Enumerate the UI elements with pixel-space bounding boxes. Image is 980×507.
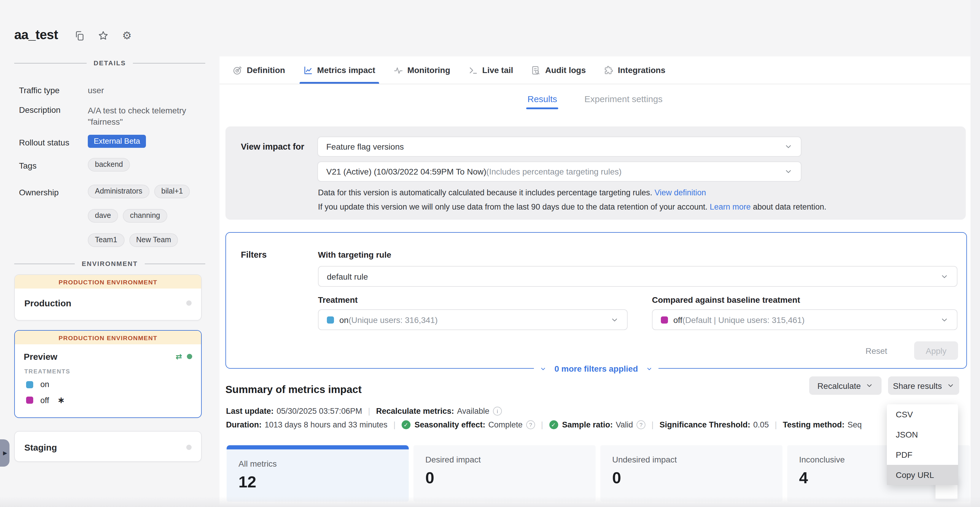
metric-card-desired-impact[interactable]: Desired impact 0 <box>414 445 596 502</box>
metric-card-undesired-impact[interactable]: Undesired impact 0 <box>600 445 783 502</box>
subtab-results[interactable]: Results <box>527 94 557 109</box>
traffic-type-label: Traffic type <box>19 86 60 95</box>
learn-more-link[interactable]: Learn more <box>710 202 751 211</box>
target-icon <box>232 65 243 75</box>
production-environment-banner: PRODUCTION ENVIRONMENT <box>15 331 201 344</box>
treatment-color-swatch <box>26 381 33 388</box>
tab-monitoring[interactable]: Monitoring <box>393 56 450 84</box>
baseline-select[interactable]: off (Default | Unique users: 315,461) <box>652 309 958 330</box>
reset-button[interactable]: Reset <box>865 346 887 356</box>
status-dot-icon <box>186 300 192 305</box>
star-icon[interactable] <box>97 30 109 41</box>
recalc-metrics-value: Available <box>457 407 489 415</box>
details-heading: DETAILS <box>86 59 133 67</box>
tag-chip[interactable]: backend <box>88 158 130 172</box>
tab-label: Metrics impact <box>317 65 375 75</box>
question-icon[interactable]: ? <box>636 420 646 429</box>
tab-label: Definition <box>247 65 285 75</box>
duration-value: 1013 days 8 hours and 33 minutes <box>264 420 387 429</box>
summary-meta-row-1: Last update: 05/30/2025 03:57:06PM | Rec… <box>226 406 502 416</box>
environment-card-staging[interactable]: Staging <box>14 431 202 462</box>
impact-source-select[interactable]: Feature flag versions <box>317 137 802 157</box>
results-subtab-bar: Results Experiment settings <box>220 94 970 109</box>
chevron-right-icon: ▶ <box>3 450 7 456</box>
treatment-row: on <box>15 375 201 389</box>
targeting-rule-select[interactable]: default rule <box>318 266 958 287</box>
treatments-label: TREATMENTS <box>15 367 201 375</box>
tab-live-tail[interactable]: Live tail <box>468 56 513 84</box>
sample-ratio-label: Sample ratio: <box>562 420 613 429</box>
filters-label: Filters <box>241 250 267 260</box>
menu-item-csv[interactable]: CSV <box>887 404 958 424</box>
gear-icon[interactable]: ⚙ <box>121 30 133 41</box>
ownership-chip[interactable]: channing <box>123 209 167 223</box>
environment-card-production[interactable]: PRODUCTION ENVIRONMENT Production <box>14 274 202 320</box>
tab-bar: Definition Metrics impact Monitoring Liv… <box>220 56 970 84</box>
chevron-down-icon <box>784 142 792 151</box>
targeting-rule-label: With targeting rule <box>318 250 391 260</box>
chevron-down-icon <box>646 365 653 372</box>
tab-audit-logs[interactable]: Audit logs <box>531 56 586 84</box>
swap-arrows-icon[interactable]: ⇄ <box>176 352 182 361</box>
copy-icon[interactable] <box>73 30 86 41</box>
selected-value: default rule <box>327 272 368 281</box>
metric-card-label: All metrics <box>239 459 409 469</box>
menu-item-copy-url[interactable]: Copy URL <box>887 465 958 485</box>
tab-integrations[interactable]: Integrations <box>604 56 665 84</box>
ownership-chip[interactable]: Team1 <box>88 233 124 247</box>
more-filters-toggle[interactable]: 0 more filters applied <box>226 364 967 373</box>
tab-label: Integrations <box>618 65 665 75</box>
line-chart-icon <box>303 65 313 75</box>
ownership-chip[interactable]: bilal+1 <box>154 185 190 198</box>
ownership-chip[interactable]: Administrators <box>88 185 150 198</box>
selected-value-note: (Default | Unique users: 315,461) <box>682 315 805 324</box>
treatment-color-swatch <box>327 316 334 323</box>
share-results-label: Share results <box>893 381 942 391</box>
metric-card-value: 0 <box>612 469 783 488</box>
seasonality-value: Complete <box>488 420 523 429</box>
duration-label: Duration: <box>226 420 262 429</box>
recalc-metrics-label: Recalculate metrics: <box>376 407 454 415</box>
page-title: aa_test <box>14 27 58 43</box>
environment-heading: ENVIRONMENT <box>75 260 145 267</box>
question-icon[interactable]: ? <box>526 420 535 429</box>
tab-label: Monitoring <box>407 65 450 75</box>
ownership-chip[interactable]: New Team <box>129 233 178 247</box>
info-icon[interactable]: i <box>493 407 502 415</box>
view-definition-link[interactable]: View definition <box>655 188 706 197</box>
menu-item-json[interactable]: JSON <box>887 424 958 445</box>
tab-label: Audit logs <box>545 65 586 75</box>
rollout-status-badge[interactable]: External Beta <box>88 135 146 148</box>
testing-method-label: Testing method: <box>783 420 845 429</box>
treatment-select[interactable]: on (Unique users: 316,341) <box>318 309 628 330</box>
puzzle-icon <box>604 65 614 75</box>
tab-definition[interactable]: Definition <box>232 56 285 84</box>
tags-label: Tags <box>19 161 37 171</box>
metric-card-label: Desired impact <box>425 455 596 464</box>
last-update-label: Last update: <box>226 407 274 415</box>
recalculate-button[interactable]: Recalculate <box>809 376 881 395</box>
baseline-label: Compared against baseline treatment <box>652 295 800 305</box>
more-filters-label: 0 more filters applied <box>554 364 638 373</box>
summary-meta-row-2: Duration: 1013 days 8 hours and 33 minut… <box>226 420 862 429</box>
share-results-button[interactable]: Share results <box>888 376 959 395</box>
seasonality-label: Seasonality effect: <box>415 420 485 429</box>
sidebar-collapse-button[interactable]: ▶ <box>0 439 10 467</box>
metric-card-all-metrics[interactable]: All metrics 12 <box>227 445 409 502</box>
chevron-down-icon <box>940 316 948 324</box>
environment-name: Preview <box>24 351 57 361</box>
sample-ratio-value: Valid <box>616 420 633 429</box>
view-impact-label: View impact for <box>241 142 304 151</box>
tab-metrics-impact[interactable]: Metrics impact <box>303 56 375 84</box>
treatment-name: off <box>40 396 49 405</box>
environment-card-preview[interactable]: PRODUCTION ENVIRONMENT Preview ⇄ TREATME… <box>14 330 202 418</box>
subtab-experiment-settings[interactable]: Experiment settings <box>584 94 662 109</box>
version-select[interactable]: V21 (Active) (10/03/2022 04:59PM To Now)… <box>317 161 802 182</box>
terminal-icon <box>468 65 478 75</box>
ownership-chip[interactable]: dave <box>88 209 118 223</box>
treatment-row: off ∗ <box>15 389 201 405</box>
details-section-header: DETAILS <box>14 59 205 67</box>
menu-item-pdf[interactable]: PDF <box>887 445 958 465</box>
traffic-type-value: user <box>88 86 104 95</box>
apply-button[interactable]: Apply <box>914 341 958 360</box>
